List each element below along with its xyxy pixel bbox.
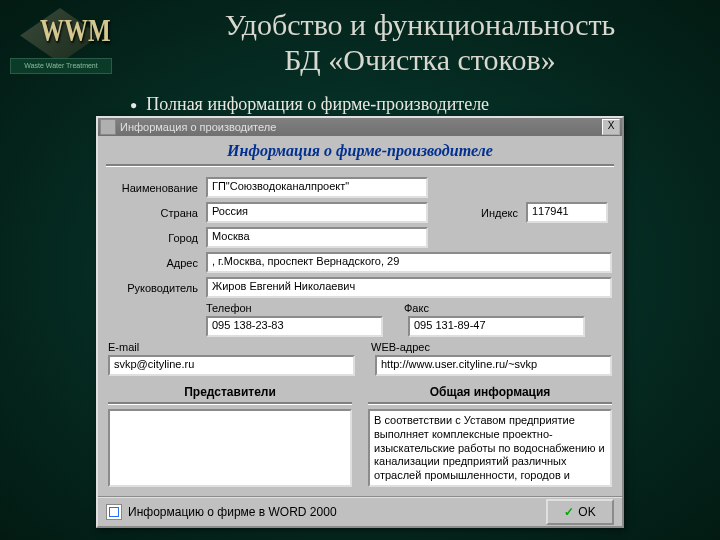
fax-field[interactable]: 095 131-89-47 (408, 316, 585, 337)
info-section: Общая информация В соответствии с Уставо… (368, 382, 612, 487)
label-fax: Факс (404, 302, 472, 314)
head-field[interactable]: Жиров Евгений Николаевич (206, 277, 612, 298)
reps-section: Представители (108, 382, 352, 487)
check-icon: ✓ (564, 505, 574, 519)
slide-title: Удобство и функциональность БД «Очистка … (140, 8, 700, 77)
window-footer: Информацию о фирме в WORD 2000 ✓ OK (98, 496, 622, 526)
label-web: WEB-адрес (371, 341, 459, 353)
logo-bar: Waste Water Treatment (10, 58, 112, 74)
logo: WWM Waste Water Treatment (10, 8, 110, 78)
label-address: Адрес (108, 257, 206, 269)
phone-field[interactable]: 095 138-23-83 (206, 316, 383, 337)
ok-button[interactable]: ✓ OK (546, 499, 614, 525)
web-field[interactable]: http://www.user.cityline.ru/~svkp (375, 355, 612, 376)
title-line1: Удобство и функциональность (225, 8, 616, 41)
bullet-item: Полная информация о фирме-производителе (130, 94, 489, 115)
word-icon[interactable] (106, 504, 122, 520)
manufacturer-info-window: Информация о производителе X Информация … (96, 116, 624, 528)
label-country: Страна (108, 207, 206, 219)
name-field[interactable]: ГП"Союзводоканалпроект" (206, 177, 428, 198)
label-index: Индекс (458, 207, 526, 219)
city-field[interactable]: Москва (206, 227, 428, 248)
label-email: E-mail (108, 341, 166, 353)
form-body: Наименование ГП"Союзводоканалпроект" Стр… (98, 167, 622, 497)
email-field[interactable]: svkp@cityline.ru (108, 355, 355, 376)
label-phone: Телефон (206, 302, 274, 314)
address-field[interactable]: , г.Москва, проспект Вернадского, 29 (206, 252, 612, 273)
label-info: Общая информация (368, 382, 612, 402)
label-city: Город (108, 232, 206, 244)
label-head: Руководитель (108, 282, 206, 294)
country-field[interactable]: Россия (206, 202, 428, 223)
word-export-label[interactable]: Информацию о фирме в WORD 2000 (128, 505, 337, 519)
index-field[interactable]: 117941 (526, 202, 608, 223)
title-line2: БД «Очистка стоков» (284, 43, 555, 76)
close-button[interactable]: X (602, 119, 620, 135)
label-name: Наименование (108, 182, 206, 194)
window-title: Информация о производителе (120, 121, 276, 133)
label-reps: Представители (108, 382, 352, 402)
logo-text: WWM (40, 14, 111, 49)
ok-label: OK (578, 505, 595, 519)
form-header: Информация о фирме-производителе (98, 136, 622, 164)
slide: WWM Waste Water Treatment Удобство и фун… (0, 0, 720, 540)
app-icon (100, 119, 116, 135)
titlebar[interactable]: Информация о производителе X (98, 118, 622, 136)
info-field[interactable]: В соответствии с Уставом предприятие вып… (368, 409, 612, 487)
reps-field[interactable] (108, 409, 352, 487)
